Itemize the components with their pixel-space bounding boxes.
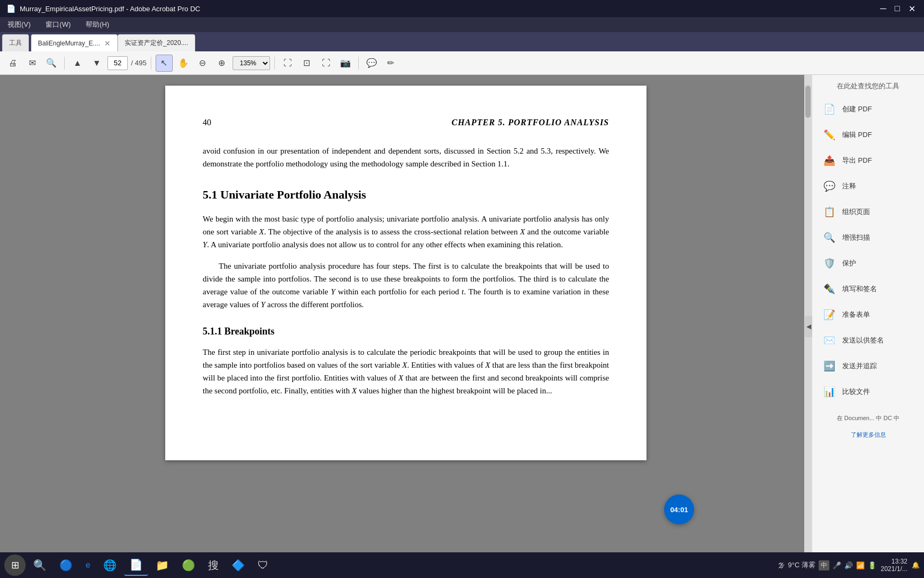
- send-sign-label: 发送以供签名: [842, 336, 884, 345]
- comment-panel-icon: 💬: [822, 179, 837, 194]
- panel-item-comment[interactable]: 💬 注释: [817, 174, 920, 198]
- subsection-heading-5-1-1: 5.1.1 Breakpoints: [203, 324, 609, 339]
- page-header: 40 CHAPTER 5. PORTFOLIO ANALYSIS: [203, 118, 609, 127]
- panel-item-edit-pdf[interactable]: ✏️ 编辑 PDF: [817, 123, 920, 147]
- taskbar-time: 13:32: [891, 558, 907, 565]
- menu-help[interactable]: 帮助(H): [82, 19, 112, 31]
- page-total: / 495: [131, 59, 147, 67]
- send-track-label: 发送并追踪: [842, 361, 877, 371]
- weather-icon: 🌫: [778, 561, 785, 569]
- hand-tool-button[interactable]: ✋: [175, 55, 192, 72]
- timer-time: 04:01: [670, 506, 688, 514]
- select-tool-button[interactable]: ↖: [156, 55, 173, 72]
- panel-item-send-sign[interactable]: ✉️ 发送以供签名: [817, 329, 920, 352]
- panel-item-prepare-form[interactable]: 📝 准备表单: [817, 303, 920, 326]
- next-page-button[interactable]: ▼: [88, 55, 105, 72]
- fill-sign-label: 填写和签名: [842, 284, 877, 294]
- page-number: 40: [203, 118, 211, 127]
- taskbar-clock: 13:32 2021/1/...: [881, 558, 907, 573]
- edit-pdf-icon: ✏️: [822, 127, 837, 142]
- taskbar-date: 2021/1/...: [881, 565, 907, 573]
- taskbar-cortana[interactable]: 🔵: [54, 554, 78, 576]
- print-button[interactable]: 🖨: [4, 55, 21, 72]
- network-icon: 📶: [856, 561, 865, 569]
- taskbar-edge[interactable]: 🔷: [226, 554, 250, 576]
- scrollbar-thumb[interactable]: [805, 86, 811, 118]
- pdf-body: avoid confusion in our presentation of i…: [203, 144, 609, 397]
- zoom-out-button[interactable]: ⊖: [194, 55, 211, 72]
- battery-icon: 🔋: [868, 561, 876, 569]
- volume-icon: 🔊: [844, 561, 853, 569]
- edit-pdf-label: 编辑 PDF: [842, 130, 872, 140]
- comment-button[interactable]: 💬: [363, 55, 380, 72]
- window-title: Murray_EmpiricalAssetPricing.pdf - Adobe…: [20, 5, 200, 13]
- taskbar-acrobat[interactable]: 📄: [124, 554, 148, 576]
- tools-tab-label: 工具: [9, 39, 22, 48]
- panel-item-export-pdf[interactable]: 📤 导出 PDF: [817, 149, 920, 172]
- taskbar-explorer[interactable]: 📁: [150, 554, 174, 576]
- panel-item-protect[interactable]: 🛡️ 保护: [817, 252, 920, 275]
- find-button[interactable]: 🔍: [43, 55, 60, 72]
- panel-item-create-pdf[interactable]: 📄 创建 PDF: [817, 97, 920, 121]
- fit-page-button[interactable]: ⊡: [298, 55, 315, 72]
- prev-page-button[interactable]: ▲: [69, 55, 86, 72]
- send-track-icon: ➡️: [822, 359, 837, 374]
- taskbar-sogou[interactable]: 搜: [203, 554, 224, 576]
- panel-item-fill-sign[interactable]: ✒️ 填写和签名: [817, 277, 920, 301]
- chapter-title: CHAPTER 5. PORTFOLIO ANALYSIS: [451, 118, 609, 127]
- start-icon: ⊞: [11, 559, 19, 571]
- taskbar: ⊞ 🔍 🔵 e 🌐 📄 📁 🟢 搜 🔷 🛡 🌫 9°C 薄雾 中 🎤 🔊 📶 🔋…: [0, 552, 924, 578]
- tab-pdf2[interactable]: 实证资产定价_2020....: [118, 34, 195, 51]
- para-4: The first step in univariate portfolio a…: [203, 346, 609, 397]
- pdf-area[interactable]: 40 CHAPTER 5. PORTFOLIO ANALYSIS avoid c…: [0, 75, 812, 578]
- panel-item-compare[interactable]: 📊 比较文件: [817, 380, 920, 404]
- page-input[interactable]: [107, 56, 128, 70]
- mic-icon: 🎤: [833, 561, 841, 569]
- protect-label: 保护: [842, 258, 856, 268]
- taskbar-ie[interactable]: e: [80, 554, 96, 576]
- prepare-form-icon: 📝: [822, 307, 837, 322]
- email-button[interactable]: ✉: [24, 55, 41, 72]
- panel-item-send-track[interactable]: ➡️ 发送并追踪: [817, 354, 920, 378]
- tab-pdf1[interactable]: BaliEngleMurray_E.... ✕: [31, 34, 118, 51]
- tab-tools[interactable]: 工具: [2, 34, 29, 51]
- para-3: The univariate portfolio analysis proced…: [203, 260, 609, 311]
- tabs-bar: 工具 BaliEngleMurray_E.... ✕ 实证资产定价_2020..…: [0, 32, 924, 51]
- taskbar-browser2[interactable]: 🟢: [176, 554, 201, 576]
- separator-3: [274, 57, 275, 70]
- more-info-link[interactable]: 了解更多信息: [817, 429, 920, 441]
- minimize-button[interactable]: ─: [878, 4, 888, 14]
- menu-view[interactable]: 视图(V): [4, 19, 34, 31]
- panel-item-organize[interactable]: 📋 组织页面: [817, 200, 920, 224]
- panel-item-enhance[interactable]: 🔍 增强扫描: [817, 226, 920, 249]
- markup-button[interactable]: ✏: [382, 55, 399, 72]
- notifications-icon[interactable]: 🔔: [912, 561, 920, 569]
- taskbar-browser[interactable]: 🌐: [98, 554, 122, 576]
- panel-collapse-button[interactable]: ◀: [805, 316, 812, 337]
- right-panel: ◀ 在此处查找您的工具 📄 创建 PDF ✏️ 编辑 PDF 📤 导出 PDF …: [812, 75, 924, 578]
- zoom-in-button[interactable]: ⊕: [213, 55, 230, 72]
- compare-label: 比较文件: [842, 387, 870, 397]
- tab1-close-icon[interactable]: ✕: [104, 39, 111, 48]
- menu-bar: 视图(V) 窗口(W) 帮助(H): [0, 17, 924, 32]
- pdf-page: 40 CHAPTER 5. PORTFOLIO ANALYSIS avoid c…: [165, 86, 646, 460]
- taskbar-security[interactable]: 🛡: [252, 554, 274, 576]
- export-pdf-icon: 📤: [822, 153, 837, 168]
- start-button[interactable]: ⊞: [4, 554, 26, 576]
- fullscreen-button[interactable]: ⛶: [318, 55, 335, 72]
- maximize-button[interactable]: □: [892, 4, 902, 14]
- enhance-icon: 🔍: [822, 230, 837, 245]
- floating-timer[interactable]: 04:01: [664, 495, 694, 524]
- separator-4: [358, 57, 359, 70]
- weather-temp: 9°C 薄雾: [788, 560, 815, 570]
- menu-window[interactable]: 窗口(W): [42, 19, 74, 31]
- title-bar-controls[interactable]: ─ □ ✕: [878, 4, 918, 14]
- taskbar-search[interactable]: 🔍: [28, 554, 52, 576]
- close-button[interactable]: ✕: [906, 4, 918, 14]
- zoom-select[interactable]: 135% 100% 75% 150% 200%: [233, 56, 270, 70]
- toolbar: 🖨 ✉ 🔍 ▲ ▼ / 495 ↖ ✋ ⊖ ⊕ 135% 100% 75% 15…: [0, 51, 924, 75]
- marquee-zoom-button[interactable]: ⛶: [279, 55, 296, 72]
- snapshot-button[interactable]: 📷: [337, 55, 354, 72]
- organize-label: 组织页面: [842, 207, 870, 217]
- para-1: avoid confusion in our presentation of i…: [203, 144, 609, 170]
